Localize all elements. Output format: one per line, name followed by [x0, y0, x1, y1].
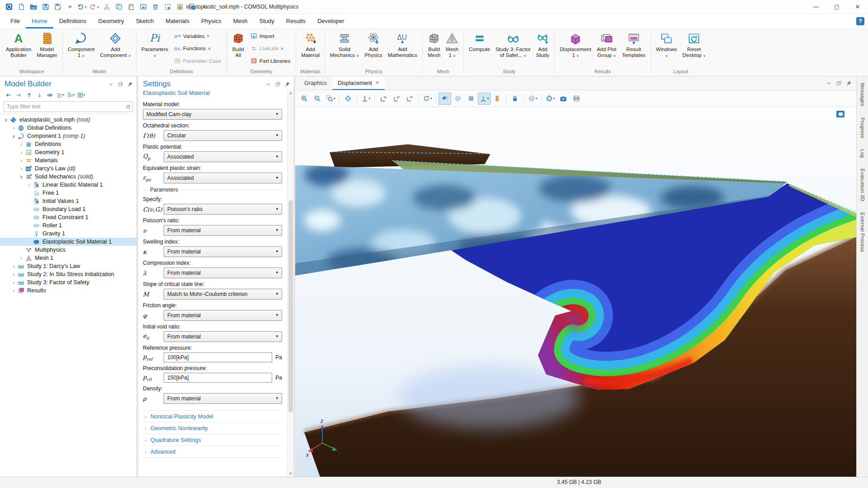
tree-node-materials[interactable]: ›Materials — [0, 156, 137, 164]
expander-icon[interactable]: › — [18, 158, 25, 163]
scroll-down-icon[interactable]: ▼ — [288, 472, 294, 476]
minimize-button[interactable]: — — [806, 0, 826, 14]
copy-button[interactable] — [113, 1, 125, 13]
ribbon-tab-materials[interactable]: Materials — [160, 14, 195, 28]
undo-button[interactable]: ∨ — [76, 1, 88, 13]
add-study-button[interactable]: AddStudy — [533, 30, 552, 68]
ribbon-tab-sketch[interactable]: Sketch — [130, 14, 160, 28]
color-legend-button[interactable] — [491, 93, 504, 105]
add-component-button[interactable]: AddComponent ∨ — [97, 30, 134, 68]
functions-button[interactable]: f(x)Functions∨ — [173, 44, 222, 53]
tree-node-study-3-factor-of-safety[interactable]: ›Study 3: Factor of Safety — [0, 278, 137, 286]
model-manager-button[interactable]: ModelManager — [34, 30, 60, 68]
tree-node-study-2-in-situ-stress-initialization[interactable]: ›Study 2: In Situ Stress Initialization — [0, 270, 137, 278]
tree-node-study-1-darcy-s-law[interactable]: ›Study 1: Darcy's Law — [0, 262, 137, 270]
tree-node-elastoplastic-soil-mph[interactable]: ∨elastoplastic_soil.mph(root) — [0, 116, 137, 124]
graphics-tab-displacement[interactable]: Displacement✕ — [332, 76, 385, 90]
filter-input[interactable] — [4, 103, 123, 110]
floating-window-indicator-icon[interactable] — [836, 111, 844, 117]
scroll-up-icon[interactable]: ▲ — [288, 91, 294, 95]
tree-node-darcy-s-law[interactable]: ›Darcy's Law(dl) — [0, 164, 137, 173]
result-templates-button[interactable]: ResultTemplates — [619, 30, 648, 68]
float-panel-button[interactable] — [117, 81, 123, 87]
close-tab-icon[interactable]: ✕ — [375, 80, 379, 90]
redo-button[interactable]: ∨ — [88, 1, 100, 13]
side-tab-progress[interactable]: Progress — [860, 117, 865, 138]
close-button[interactable]: ✕ — [847, 0, 868, 14]
view-xz-button[interactable]: xz — [403, 93, 416, 105]
expander-icon[interactable]: › — [18, 150, 25, 155]
tree-node-initial-values-1[interactable]: DInitial Values 1 — [0, 197, 137, 205]
show-options-button[interactable] — [45, 90, 54, 99]
expander-icon[interactable]: › — [10, 272, 17, 277]
reset-desktop-button[interactable]: ResetDesktop ∨ — [680, 30, 708, 68]
ribbon-tab-file[interactable]: File — [5, 14, 26, 28]
tree-node-gravity-1[interactable]: Gravity 1 — [0, 230, 137, 238]
comsol-logo-button[interactable] — [3, 1, 15, 13]
compute-button[interactable]: Compute — [466, 30, 493, 68]
default-view-button[interactable]: ▾ — [359, 93, 372, 105]
collapse-graphics-button[interactable] — [826, 80, 832, 86]
tree-node-boundary-load-1[interactable]: Boundary Load 1 — [0, 205, 137, 213]
dropdown-from-material[interactable]: From material▼ — [164, 225, 282, 236]
dropdown-poisson-s-ratio[interactable]: Poisson's ratio▼ — [164, 204, 282, 215]
add-physics-button[interactable]: AddPhysics — [362, 30, 385, 68]
value-input[interactable]: 100[kPa] — [164, 352, 272, 362]
ribbon-tab-physics[interactable]: Physics — [195, 14, 227, 28]
build-all-button[interactable]: BuildAll — [229, 30, 247, 68]
displacement-1-button[interactable]: Displacement1 ∨ — [557, 30, 594, 68]
help-button[interactable]: ? — [856, 17, 864, 25]
tree-node-roller-1[interactable]: Roller 1 — [0, 221, 137, 230]
livelink-button[interactable]: LiveLink∨ — [249, 44, 292, 53]
zoom-box-button[interactable]: ▾ — [324, 93, 337, 105]
pin-panel-button[interactable] — [127, 81, 133, 87]
windows-button[interactable]: Windows∨ — [653, 30, 680, 68]
ribbon-tab-results[interactable]: Results — [280, 14, 311, 28]
view-xy-button[interactable]: xy — [377, 93, 390, 105]
dropdown-match-to-mohr-coulomb-criterion[interactable]: Match to Mohr–Coulomb criterion▼ — [164, 289, 282, 300]
pin-panel-button[interactable] — [284, 81, 290, 87]
section-advanced[interactable]: ›Advanced — [143, 446, 282, 458]
print-button[interactable] — [570, 93, 583, 105]
select-frame-button[interactable] — [161, 1, 174, 13]
nav-back-button[interactable] — [4, 90, 13, 99]
cut-button[interactable] — [100, 1, 113, 13]
add-plot-group-button[interactable]: Add PlotGroup ∨ — [594, 30, 619, 68]
expander-icon[interactable]: › — [18, 142, 25, 147]
zoom-out-button[interactable] — [311, 93, 324, 105]
refresh-icon[interactable] — [123, 104, 132, 110]
component-1-button[interactable]: ΩComponent1 ∨ — [65, 30, 97, 68]
tree-node-definitions[interactable]: ›Definitions — [0, 140, 137, 148]
delete-button[interactable] — [149, 1, 161, 13]
zoom-extents-button[interactable] — [342, 93, 354, 105]
ribbon-tab-study[interactable]: Study — [254, 14, 280, 28]
graphics-tab-graphics[interactable]: Graphics — [299, 76, 332, 90]
mesh-1-button[interactable]: Mesh1 ∨ — [443, 30, 461, 68]
scene-light-button[interactable] — [439, 93, 451, 105]
pin-graphics-button[interactable] — [845, 80, 852, 86]
tree-node-elastoplastic-soil-material-1[interactable]: Elastoplastic Soil Material 1 — [0, 238, 137, 246]
part-libraries-button[interactable]: Part Libraries — [249, 56, 292, 65]
section-quadrature-settings[interactable]: ›Quadrature Settings — [143, 434, 282, 446]
lock-view-button[interactable] — [509, 93, 521, 105]
paste-button[interactable] — [125, 1, 137, 13]
move-down-button[interactable] — [35, 90, 44, 99]
dropdown-from-material[interactable]: From material▼ — [164, 246, 282, 257]
snapshot-button[interactable] — [557, 93, 570, 105]
collapse-tree-button[interactable]: ▾ — [66, 90, 75, 99]
3d-scene[interactable]: x y z — [295, 107, 856, 477]
section-nonlocal-plasticity-model[interactable]: ›Nonlocal Plasticity Model — [143, 410, 282, 422]
expander-icon[interactable]: › — [26, 183, 33, 188]
tree-node-component-1[interactable]: ∨ΩComponent 1(comp 1) — [0, 132, 137, 140]
nav-forward-button[interactable] — [14, 90, 23, 99]
dropdown-from-material[interactable]: From material▼ — [164, 393, 282, 404]
ribbon-tab-mesh[interactable]: Mesh — [227, 14, 254, 28]
add-mathematics-button[interactable]: ΔUAddMathematics — [385, 30, 420, 68]
settings-scrollbar[interactable]: ▲ ▼ — [287, 90, 294, 477]
add-material-button[interactable]: AddMaterial — [298, 30, 322, 68]
collapse-panel-button[interactable] — [108, 81, 114, 87]
graphics-viewport[interactable]: x y z — [295, 107, 856, 477]
application-builder-button[interactable]: AApplicationBuilder — [3, 30, 34, 68]
float-graphics-button[interactable] — [835, 80, 842, 86]
tree-node-free-1[interactable]: Free 1 — [0, 189, 137, 197]
